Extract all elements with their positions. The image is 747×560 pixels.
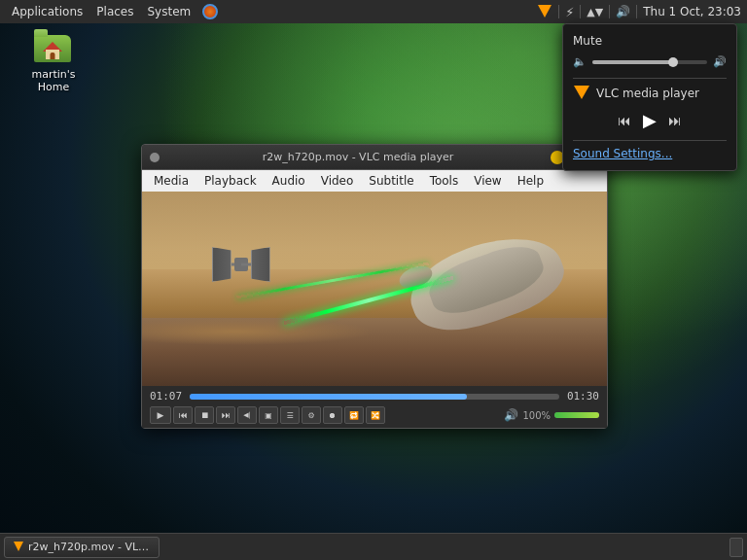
- vlc-playlist[interactable]: ☰: [280, 406, 300, 424]
- panel-separator-4: [636, 5, 637, 18]
- vlc-menu-subtitle[interactable]: Subtitle: [361, 172, 421, 190]
- vlc-video-area[interactable]: [142, 192, 607, 386]
- panel-separator-2: [580, 5, 581, 18]
- vlc-volume-fill: [554, 412, 599, 418]
- places-menu[interactable]: Places: [90, 3, 139, 20]
- vlc-title-dot: [150, 153, 160, 162]
- vlc-frame-prev[interactable]: ◀|: [237, 406, 257, 424]
- dune: [142, 318, 374, 345]
- vlc-menubar: Media Playback Audio Video Subtitle Tool…: [142, 170, 607, 192]
- tie-connector-right: [241, 263, 251, 266]
- vlc-extended[interactable]: ⚙: [302, 406, 321, 424]
- vlc-menu-help[interactable]: Help: [510, 172, 551, 190]
- vlc-menu-playback[interactable]: Playback: [196, 172, 265, 190]
- popup-play-button[interactable]: ▶: [643, 110, 657, 130]
- popup-playback-controls: ⏮ ▶ ⏭: [573, 110, 727, 130]
- vlc-controls: 01:07 01:30 ▶ ⏮ ⏹ ⏭ ◀| ▣ ☰ ⚙ ⏺ 🔁 🔀 🔊: [142, 386, 607, 428]
- top-panel: Applications Places System ⚡ ▲▼ 🔊 Thu 1 …: [0, 0, 747, 23]
- vlc-button-row: ▶ ⏮ ⏹ ⏭ ◀| ▣ ☰ ⚙ ⏺ 🔁 🔀 🔊 100%: [150, 406, 599, 424]
- show-desktop-button[interactable]: [729, 538, 743, 557]
- datetime-display: Thu 1 Oct, 23:03: [643, 5, 741, 18]
- tie-wing-right: [251, 247, 270, 282]
- millennium-falcon: [389, 221, 584, 337]
- popup-next-button[interactable]: ⏭: [668, 113, 682, 128]
- popup-vlc-icon: [573, 85, 590, 102]
- taskbar-right: [729, 538, 747, 557]
- panel-separator-3: [609, 5, 610, 18]
- vlc-menu-video[interactable]: Video: [313, 172, 362, 190]
- vlc-play-button[interactable]: ▶: [150, 406, 171, 424]
- home-folder-label: martin's Home: [19, 68, 88, 93]
- sound-settings-link[interactable]: Sound Settings...: [573, 147, 672, 160]
- vlc-stop-button[interactable]: ⏹: [195, 406, 214, 424]
- taskbar-vlc-label: r2w_h720p.mov - VLC ...: [28, 541, 151, 553]
- system-volume-fill: [592, 60, 673, 64]
- vlc-tray-icon[interactable]: [537, 4, 552, 19]
- home-folder-image: [34, 35, 73, 66]
- popup-app-name: VLC media player: [596, 87, 699, 100]
- vlc-menu-audio[interactable]: Audio: [265, 172, 313, 190]
- popup-vlc-cone: [574, 86, 589, 99]
- vlc-title-text: r2w_h720p.mov - VLC media player: [165, 151, 551, 163]
- house-shape: [43, 42, 62, 59]
- vlc-current-time: 01:07: [150, 390, 184, 402]
- panel-right: ⚡ ▲▼ 🔊 Thu 1 Oct, 23:03: [537, 4, 747, 19]
- vlc-menu-tools[interactable]: Tools: [422, 172, 467, 190]
- home-folder-icon[interactable]: martin's Home: [19, 35, 88, 93]
- vlc-loop[interactable]: 🔁: [344, 406, 364, 424]
- vlc-volume-area: 🔊 100%: [504, 408, 599, 422]
- volume-percent-label: 100%: [522, 410, 551, 421]
- volume-high-icon: 🔊: [713, 55, 727, 68]
- taskbar-vlc-icon: [13, 542, 24, 553]
- taskbar-vlc-item[interactable]: r2w_h720p.mov - VLC ...: [4, 537, 160, 558]
- popup-slider-row: 🔈 🔊: [573, 55, 727, 68]
- taskbar: r2w_h720p.mov - VLC ...: [0, 533, 747, 560]
- vlc-titlebar: r2w_h720p.mov - VLC media player: [142, 145, 607, 170]
- network-icon[interactable]: ▲▼: [587, 6, 603, 18]
- tie-wing-left: [212, 247, 231, 282]
- volume-popup: Mute 🔈 🔊 VLC media player ⏮ ▶ ⏭ Sound Se…: [562, 23, 737, 171]
- panel-separator-1: [558, 5, 559, 18]
- volume-low-icon: 🔈: [573, 55, 587, 68]
- vlc-next-button[interactable]: ⏭: [216, 406, 235, 424]
- popup-divider: [573, 78, 727, 79]
- vlc-media-player-window: r2w_h720p.mov - VLC media player Media P…: [141, 144, 608, 429]
- bluetooth-icon[interactable]: ⚡: [565, 5, 574, 19]
- popup-prev-button[interactable]: ⏮: [618, 113, 631, 128]
- desktop: Applications Places System ⚡ ▲▼ 🔊 Thu 1 …: [0, 0, 747, 560]
- popup-divider-2: [573, 140, 727, 141]
- volume-icon[interactable]: 🔊: [616, 5, 630, 18]
- taskbar-vlc-cone: [14, 542, 23, 551]
- volume-mute-icon[interactable]: 🔊: [504, 408, 518, 422]
- firefox-icon[interactable]: [202, 4, 218, 19]
- tie-fighter: [212, 240, 270, 289]
- vlc-toggle-video[interactable]: ▣: [259, 406, 278, 424]
- system-menu[interactable]: System: [141, 3, 196, 20]
- applications-menu[interactable]: Applications: [6, 3, 89, 20]
- popup-mute-label: Mute: [573, 34, 727, 48]
- vlc-volume-bar[interactable]: [554, 412, 599, 418]
- system-volume-slider[interactable]: [592, 60, 707, 64]
- folder-shape: [34, 35, 71, 62]
- vlc-progress-fill: [190, 394, 467, 400]
- vlc-record[interactable]: ⏺: [323, 406, 342, 424]
- vlc-menu-view[interactable]: View: [466, 172, 509, 190]
- vlc-progress-row: 01:07 01:30: [150, 390, 599, 402]
- panel-app-menu: Applications Places System: [0, 3, 224, 20]
- popup-app-row: VLC media player: [573, 85, 727, 102]
- vlc-menu-media[interactable]: Media: [146, 172, 196, 190]
- vlc-progress-bar[interactable]: [190, 394, 559, 400]
- vlc-random[interactable]: 🔀: [366, 406, 385, 424]
- house-door: [51, 52, 55, 59]
- vlc-total-time: 01:30: [565, 390, 599, 402]
- vlc-prev-button[interactable]: ⏮: [173, 406, 193, 424]
- slider-thumb: [668, 57, 678, 67]
